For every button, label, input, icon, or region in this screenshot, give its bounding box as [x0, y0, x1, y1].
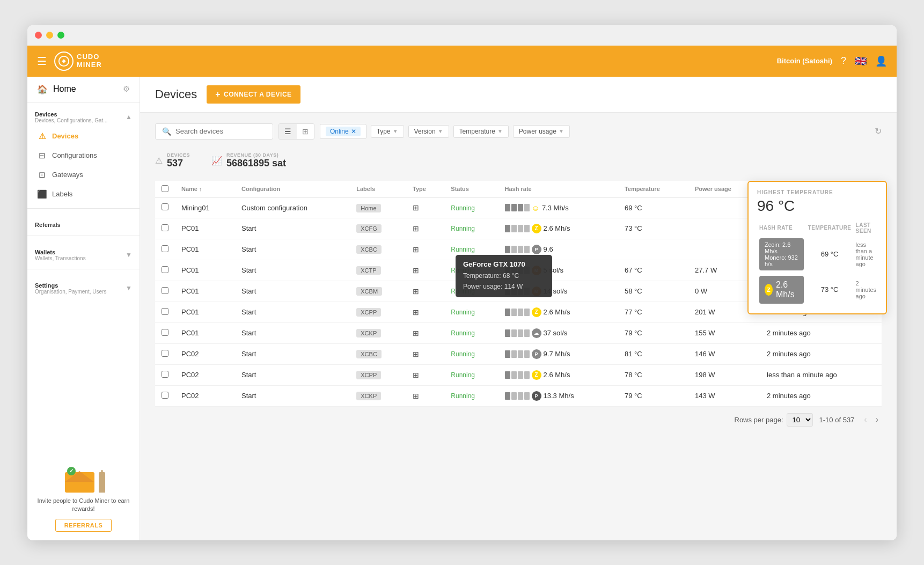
table-row[interactable]: PC02 Start XCKP ⊞ Running P 13.3 Mh/s — [155, 385, 882, 406]
refresh-button[interactable]: ↻ — [875, 126, 882, 136]
wallets-chevron-icon[interactable]: ▼ — [126, 251, 132, 259]
row-checkbox[interactable] — [162, 287, 168, 294]
online-filter-tag[interactable]: Online ✕ — [320, 124, 366, 139]
settings-chevron-icon[interactable]: ▼ — [126, 284, 132, 292]
search-icon: 🔍 — [162, 127, 171, 136]
connect-device-button[interactable]: + CONNECT A DEVICE — [207, 85, 300, 104]
prev-page-button[interactable]: ‹ — [861, 414, 870, 425]
help-icon[interactable]: ? — [841, 55, 846, 67]
row-checkbox[interactable] — [162, 224, 168, 231]
table-row[interactable]: PC02 Start XCPP ⊞ Running Z 2.6 Mh/s — [155, 364, 882, 385]
device-temp: 69 °C — [618, 197, 688, 218]
devices-stat-value: 537 — [167, 158, 190, 169]
device-status: Running — [444, 197, 498, 218]
topbar: ☰ CUDOMINER Bitcoin (Satoshi) ? 🇬🇧 👤 — [27, 46, 897, 77]
wallets-section-title: Wallets — [35, 249, 86, 255]
close-btn[interactable] — [35, 32, 42, 39]
device-hashrate: ☺ 7.3 Mh/s — [498, 197, 618, 218]
power-chevron-icon: ▼ — [559, 128, 564, 134]
row-checkbox[interactable] — [162, 329, 168, 336]
content-area: 🔍 ☰ ⊞ Online ✕ — [140, 113, 897, 540]
sidebar-item-gateways[interactable]: ⊡ Gateways — [27, 165, 140, 185]
rows-per-page-select[interactable]: 10 25 50 — [787, 413, 813, 427]
referrals-button[interactable]: REFERRALS — [55, 519, 112, 532]
revenue-stat: 📈 REVENUE (30 DAYS) 56861895 sat — [211, 152, 286, 169]
sidebar-item-configurations[interactable]: ⊟ Configurations — [27, 146, 140, 165]
pagination-info: 1-10 of 537 — [819, 416, 855, 424]
row-checkbox[interactable] — [162, 245, 168, 252]
config-col-header[interactable]: Configuration — [235, 181, 350, 198]
chevron-up-icon[interactable]: ▲ — [126, 113, 132, 121]
settings-section-title: Settings — [35, 282, 106, 289]
type-chevron-icon: ▼ — [393, 128, 398, 134]
settings-section-header[interactable]: Settings Organisation, Payment, Users ▼ — [27, 279, 140, 298]
sidebar-home[interactable]: 🏠 Home ⚙ — [27, 77, 140, 102]
temp-col-header[interactable]: Temperature — [618, 181, 688, 198]
row-checkbox[interactable] — [162, 371, 168, 378]
sidebar-item-configurations-label: Configurations — [52, 151, 97, 159]
row-checkbox[interactable] — [162, 350, 168, 357]
revenue-stat-value: 56861895 sat — [226, 158, 286, 169]
name-col-header[interactable]: Name ↑ — [175, 181, 235, 198]
currency-label: Bitcoin (Satoshi) — [777, 57, 832, 65]
devices-section-header[interactable]: Devices Devices, Configurations, Gat... … — [27, 108, 140, 127]
table-row[interactable]: PC02 Start XCBC ⊞ Running P 9.7 Mh/s — [155, 343, 882, 364]
sidebar: 🏠 Home ⚙ Devices Devices, Configurations… — [27, 77, 140, 540]
temp-col: Temperature — [806, 221, 854, 235]
device-label: Home — [350, 197, 406, 218]
list-view-button[interactable]: ☰ — [279, 124, 297, 139]
pagination-buttons: ‹ › — [861, 414, 882, 425]
hashrate-col-header[interactable]: Hash rate — [498, 181, 618, 198]
referrals-section-header[interactable]: Referrals — [27, 218, 140, 231]
select-all-checkbox[interactable] — [162, 185, 168, 192]
sidebar-item-devices[interactable]: ⚠ Devices — [27, 127, 140, 146]
sidebar-item-labels[interactable]: ⬛ Labels — [27, 185, 140, 204]
row-checkbox[interactable] — [162, 392, 168, 399]
row-checkbox[interactable] — [162, 308, 168, 315]
panel-header: HIGHEST TEMPERATURE — [757, 189, 877, 195]
flag-icon[interactable]: 🇬🇧 — [855, 55, 867, 67]
search-input[interactable] — [175, 127, 266, 135]
power-filter[interactable]: Power usage ▼ — [513, 125, 570, 138]
sidebar-item-devices-label: Devices — [52, 132, 78, 140]
maximize-btn[interactable] — [57, 32, 64, 39]
status-col-header[interactable]: Status — [444, 181, 498, 198]
device-config: Custom configuration — [235, 197, 350, 218]
settings-icon[interactable]: ⚙ — [123, 84, 130, 94]
wallets-section-subtitle: Wallets, Transactions — [35, 255, 86, 261]
version-filter[interactable]: Version ▼ — [408, 125, 449, 138]
version-chevron-icon: ▼ — [438, 128, 443, 134]
inner-card-1: Zcoin: 2.6 Mh/s Monero: 932 h/s — [759, 238, 804, 270]
sidebar-item-gateways-label: Gateways — [52, 171, 83, 179]
revenue-stat-icon: 📈 — [211, 156, 222, 166]
labels-col-header[interactable]: Labels — [350, 181, 406, 198]
user-icon[interactable]: 👤 — [875, 55, 887, 67]
devices-stat-icon: ⚠ — [155, 156, 163, 166]
online-tag-label: Online — [330, 128, 349, 135]
minimize-btn[interactable] — [46, 32, 53, 39]
devices-section-title: Devices — [35, 111, 108, 118]
main-content: Devices + CONNECT A DEVICE 🔍 — [140, 77, 897, 540]
next-page-button[interactable]: › — [872, 414, 882, 425]
wallets-section-header[interactable]: Wallets Wallets, Transactions ▼ — [27, 246, 140, 265]
temperature-filter[interactable]: Temperature ▼ — [453, 125, 509, 138]
table-container: Name ↑ Configuration Labels Type Status … — [155, 181, 882, 407]
type-col-header[interactable]: Type — [406, 181, 444, 198]
warning-icon: ⚠ — [37, 131, 47, 141]
menu-toggle[interactable]: ☰ — [37, 55, 47, 68]
table-row[interactable]: PC01 Start XCKP ⊞ Running ☁ 37 sol/s — [155, 322, 882, 343]
type-filter[interactable]: Type ▼ — [371, 125, 404, 138]
temperature-filter-label: Temperature — [459, 128, 495, 135]
revenue-stat-label: REVENUE (30 DAYS) — [226, 152, 286, 158]
online-tag-close[interactable]: ✕ — [351, 128, 356, 135]
row-checkbox[interactable] — [162, 266, 168, 273]
lastseen-col: Last seen — [854, 221, 879, 235]
sidebar-invite-text: Invite people to Cudo Miner to earn rewa… — [36, 497, 131, 513]
device-config: Start — [235, 218, 350, 239]
titlebar — [27, 25, 897, 46]
row-checkbox[interactable] — [162, 203, 168, 210]
grid-view-button[interactable]: ⊞ — [297, 124, 314, 139]
devices-section-subtitle: Devices, Configurations, Gat... — [35, 118, 108, 123]
select-all-col — [155, 181, 175, 198]
plus-icon: + — [215, 90, 221, 99]
